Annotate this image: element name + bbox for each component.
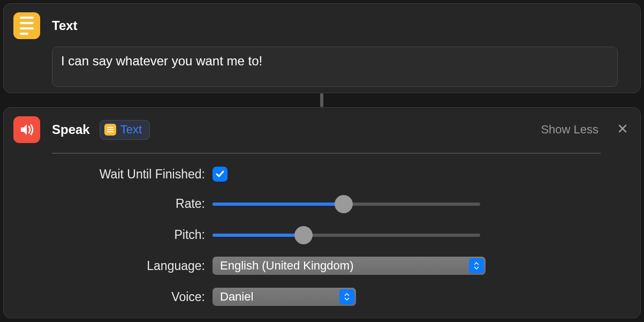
show-less-button[interactable]: Show Less	[541, 123, 598, 137]
wait-label: Wait Until Finished:	[4, 167, 213, 182]
speak-options: Wait Until Finished: Rate:	[4, 167, 640, 319]
input-token-label: Text	[120, 123, 142, 137]
stepper-icon	[469, 258, 484, 273]
language-value: English (United Kingdom)	[220, 259, 353, 273]
text-icon	[13, 12, 40, 39]
rate-label: Rate:	[4, 197, 213, 211]
speak-action-card: Speak Text Show Less Wait Until Finished…	[3, 107, 641, 318]
divider	[52, 153, 601, 154]
speak-card-title: Speak	[52, 122, 90, 137]
language-select[interactable]: English (United Kingdom)	[213, 257, 486, 275]
voice-row: Voice: Daniel	[4, 288, 640, 306]
wait-until-finished-row: Wait Until Finished:	[4, 167, 640, 182]
pitch-row: Pitch:	[4, 226, 640, 244]
text-card-title: Text	[52, 18, 78, 33]
voice-label: Voice:	[4, 290, 213, 304]
text-input-value: I can say whatever you want me to!	[61, 54, 609, 69]
stepper-icon	[339, 289, 354, 304]
wait-until-finished-checkbox[interactable]	[213, 167, 228, 182]
input-token-text[interactable]: Text	[100, 120, 150, 140]
flow-connector	[320, 93, 323, 107]
rate-slider[interactable]	[213, 194, 480, 213]
pitch-slider[interactable]	[213, 226, 480, 244]
text-token-icon	[104, 124, 116, 136]
voice-select[interactable]: Daniel	[213, 288, 356, 306]
text-action-card: Text I can say whatever you want me to!	[3, 3, 641, 93]
pitch-label: Pitch:	[4, 228, 213, 242]
language-row: Language: English (United Kingdom)	[4, 257, 640, 275]
speaker-icon	[13, 116, 40, 143]
language-label: Language:	[4, 259, 213, 273]
close-icon[interactable]	[613, 121, 632, 139]
voice-value: Daniel	[220, 290, 253, 304]
speak-card-header: Speak Text Show Less	[4, 108, 640, 143]
text-card-header: Text	[4, 4, 640, 39]
text-input[interactable]: I can say whatever you want me to!	[52, 47, 618, 87]
rate-row: Rate:	[4, 194, 640, 213]
